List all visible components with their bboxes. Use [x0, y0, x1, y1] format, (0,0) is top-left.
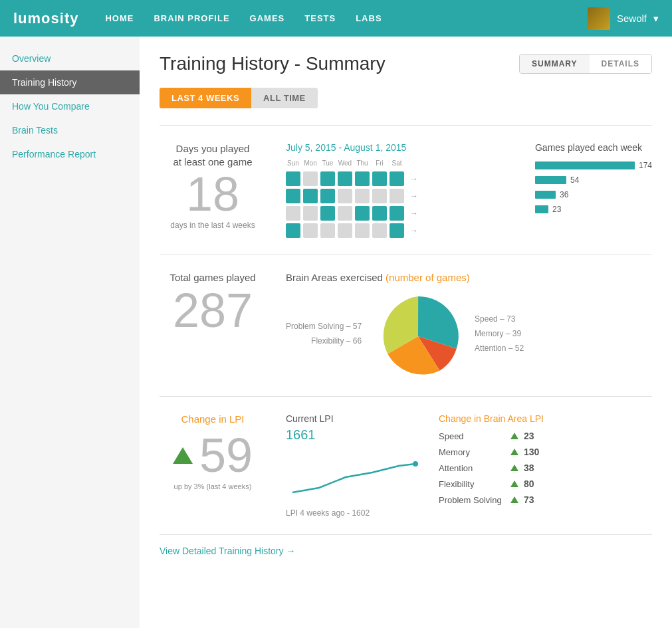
- lpi-row-memory: Memory 130: [439, 447, 652, 457]
- nav-brain-profile[interactable]: BRAIN PROFILE: [154, 13, 229, 23]
- brain-lpi: Change in Brain Area LPI Speed 23 Memory…: [439, 413, 652, 510]
- nav-labs[interactable]: LABS: [356, 13, 382, 23]
- current-lpi-value: 1661: [286, 427, 419, 443]
- bar-4: [535, 205, 548, 213]
- days-sublabel: days in the last 4 weeks: [160, 221, 266, 230]
- navbar: lumosity HOME BRAIN PROFILE GAMES TESTS …: [0, 0, 672, 37]
- lpi-up-arrow: [173, 447, 193, 464]
- pie-label-speed: Speed – 73: [475, 314, 524, 324]
- bar-1: [535, 161, 635, 169]
- lpi-change-number: 59: [199, 431, 253, 479]
- brain-lpi-title: Change in Brain Area LPI: [439, 413, 652, 424]
- speed-up-arrow: [510, 433, 518, 439]
- cal-row-2: →: [286, 189, 515, 203]
- period-toggle: LAST 4 WEEKS ALL TIME: [160, 88, 652, 108]
- cal-row-3: →: [286, 206, 515, 221]
- pie-labels-left: Problem Solving – 57 Flexibility – 66: [286, 322, 362, 351]
- games-per-week-title: Games played each week: [535, 142, 652, 153]
- bar-row-1: 174: [535, 161, 652, 170]
- lpi-line-chart: [286, 449, 419, 502]
- calendar-section: July 5, 2015 - August 1, 2015 Sun Mon Tu…: [286, 142, 515, 238]
- username: Sewolf: [617, 13, 647, 24]
- lpi-endpoint: [413, 461, 418, 467]
- pie-label-problem-solving: Problem Solving – 57: [286, 322, 362, 331]
- sidebar-item-overview[interactable]: Overview: [0, 47, 140, 70]
- nav-tests[interactable]: TESTS: [304, 13, 336, 23]
- sidebar-item-training-history[interactable]: Training History: [0, 70, 140, 94]
- cal-row-4: →: [286, 223, 515, 238]
- problem-solving-up-arrow: [510, 496, 518, 503]
- view-detailed-link[interactable]: View Detailed Training History →: [160, 546, 295, 556]
- tab-buttons: SUMMARY DETAILS: [519, 54, 652, 74]
- pie-chart: [375, 293, 461, 379]
- tab-details[interactable]: DETAILS: [590, 54, 651, 73]
- lpi-weeks-ago: LPI 4 weeks ago - 1602: [286, 508, 419, 518]
- bar-3: [535, 191, 556, 199]
- title-row: Training History - Summary SUMMARY DETAI…: [160, 53, 652, 74]
- lpi-change-display: 59: [160, 431, 266, 479]
- bar-2: [535, 176, 566, 184]
- page-title: Training History - Summary: [160, 53, 386, 74]
- tab-summary[interactable]: SUMMARY: [520, 54, 590, 73]
- total-number: 287: [160, 283, 266, 338]
- lpi-row-speed: Speed 23: [439, 431, 652, 441]
- cal-row-1: →: [286, 171, 515, 186]
- calendar-grid: Sun Mon Tue Wed Thu Fri Sat: [286, 159, 515, 238]
- sidebar-item-performance-report[interactable]: Performance Report: [0, 142, 140, 166]
- bar-row-3: 36: [535, 190, 652, 199]
- user-menu[interactable]: Sewolf ▾: [588, 7, 659, 30]
- calendar-header: Sun Mon Tue Wed Thu Fri Sat: [286, 159, 515, 167]
- brain-areas-title: Brain Areas exercised (number of games): [286, 272, 652, 283]
- games-left: Total games played 287: [160, 272, 266, 338]
- pie-label-flexibility: Flexibility – 66: [286, 336, 362, 346]
- main-content: Training History - Summary SUMMARY DETAI…: [140, 37, 672, 628]
- logo[interactable]: lumosity: [13, 10, 78, 27]
- brain-areas: Brain Areas exercised (number of games) …: [286, 272, 652, 379]
- flexibility-up-arrow: [510, 480, 518, 487]
- date-range: July 5, 2015 - August 1, 2015: [286, 142, 515, 153]
- memory-up-arrow: [510, 449, 518, 455]
- days-label: Days you played at least one game: [160, 142, 266, 168]
- bar-row-4: 23: [535, 205, 652, 214]
- lpi-change-sublabel: up by 3% (last 4 weeks): [160, 482, 266, 490]
- nav-games[interactable]: GAMES: [250, 13, 285, 23]
- lpi-row-flexibility: Flexibility 80: [439, 478, 652, 489]
- dropdown-arrow[interactable]: ▾: [653, 13, 659, 25]
- sidebar-item-how-you-compare[interactable]: How You Compare: [0, 94, 140, 118]
- lpi-line: [292, 464, 415, 492]
- days-section: Days you played at least one game 18 day…: [160, 125, 652, 255]
- days-number: 18: [160, 168, 266, 221]
- period-last4weeks[interactable]: LAST 4 WEEKS: [160, 88, 251, 108]
- lpi-row-attention: Attention 38: [439, 463, 652, 473]
- games-per-week: Games played each week 174 54 36 23: [535, 142, 652, 219]
- lpi-row-problem-solving: Problem Solving 73: [439, 494, 652, 505]
- lpi-change-title: Change in LPI: [160, 413, 266, 425]
- attention-up-arrow: [510, 465, 518, 471]
- bar-row-2: 54: [535, 175, 652, 185]
- lpi-section: Change in LPI 59 up by 3% (last 4 weeks)…: [160, 396, 652, 534]
- current-lpi: Current LPI 1661 LPI 4 weeks ago - 1602: [286, 413, 419, 518]
- lpi-left: Change in LPI 59 up by 3% (last 4 weeks): [160, 413, 266, 490]
- current-lpi-title: Current LPI: [286, 413, 419, 424]
- pie-labels-right: Speed – 73 Memory – 39 Attention – 52: [475, 314, 524, 358]
- nav-home[interactable]: HOME: [105, 13, 134, 23]
- avatar: [588, 7, 610, 30]
- games-section: Total games played 287 Brain Areas exerc…: [160, 255, 652, 396]
- sidebar: Overview Training History How You Compar…: [0, 37, 140, 628]
- pie-label-memory: Memory – 39: [475, 329, 524, 338]
- pie-label-attention: Attention – 52: [475, 344, 524, 353]
- pie-container: Problem Solving – 57 Flexibility – 66: [286, 293, 652, 379]
- period-alltime[interactable]: ALL TIME: [251, 88, 318, 108]
- sidebar-item-brain-tests[interactable]: Brain Tests: [0, 118, 140, 142]
- days-left: Days you played at least one game 18 day…: [160, 142, 266, 230]
- page-layout: Overview Training History How You Compar…: [0, 37, 672, 628]
- total-label: Total games played: [160, 272, 266, 283]
- footer-link-section: View Detailed Training History →: [160, 534, 652, 567]
